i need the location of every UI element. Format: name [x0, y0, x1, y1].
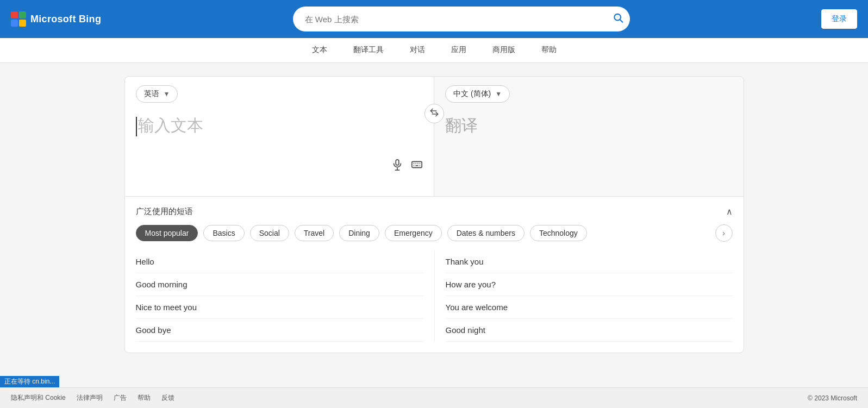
search-input[interactable] [293, 7, 630, 32]
phrases-list: Hello Good morning Nice to meet you Good… [136, 250, 733, 342]
phrases-title: 广泛使用的短语 [136, 206, 193, 217]
svg-line-1 [620, 20, 622, 22]
search-bar-wrapper [293, 7, 630, 32]
status-bar: 正在等待 cn.bin... [0, 376, 59, 387]
keyboard-icon [411, 161, 423, 173]
nav-item-help[interactable]: 帮助 [539, 37, 559, 64]
phrase-left-col: Hello Good morning Nice to meet you Good… [136, 250, 434, 342]
phrase-hello[interactable]: Hello [136, 250, 423, 273]
bing-title: Microsoft Bing [30, 14, 101, 25]
target-lang-selector-row: 中文 (简体) ▼ [445, 85, 733, 103]
nav-item-conversation[interactable]: 对话 [408, 37, 427, 64]
nav-item-text[interactable]: 文本 [310, 37, 329, 64]
search-button[interactable] [613, 12, 623, 26]
main-content: 英语 ▼ 输入文本 [114, 76, 755, 353]
header-left: Microsoft Bing [11, 11, 101, 27]
translator-panels: 英语 ▼ 输入文本 [125, 77, 744, 196]
target-lang-arrow-icon: ▼ [495, 90, 502, 98]
phrase-right-col: Thank you How are you? You are welcome G… [434, 250, 733, 342]
cursor-line [136, 117, 137, 136]
phrases-collapse-button[interactable]: ∧ [726, 206, 733, 217]
chevron-right-icon: › [722, 229, 725, 237]
microphone-icon [391, 161, 403, 173]
login-button[interactable]: 登录 [821, 9, 857, 29]
category-social[interactable]: Social [250, 225, 289, 241]
category-most-popular[interactable]: Most popular [136, 225, 198, 241]
target-panel: 中文 (简体) ▼ 翻译 [434, 77, 744, 196]
phrases-section: 广泛使用的短语 ∧ Most popular Basics Social Tra… [125, 196, 744, 353]
nav-item-tools[interactable]: 翻译工具 [351, 37, 386, 64]
phrase-thank-you[interactable]: Thank you [446, 250, 733, 273]
category-travel[interactable]: Travel [295, 225, 334, 241]
categories-next-button[interactable]: › [715, 224, 733, 242]
phrase-you-are-welcome[interactable]: You are welcome [446, 296, 733, 319]
target-lang-dropdown[interactable]: 中文 (简体) ▼ [445, 85, 510, 103]
phrases-header: 广泛使用的短语 ∧ [136, 206, 733, 217]
source-lang-selector-row: 英语 ▼ [136, 85, 423, 103]
chevron-up-icon: ∧ [726, 207, 733, 216]
phrase-good-bye[interactable]: Good bye [136, 319, 423, 342]
footer-links: 隐私声明和 Cookie 法律声明 广告 帮助 反馈 [11, 393, 174, 403]
source-lang-label: 英语 [144, 89, 159, 99]
nav-bar: 文本 翻译工具 对话 应用 商用版 帮助 [0, 38, 868, 63]
phrase-good-night[interactable]: Good night [446, 319, 733, 342]
source-panel: 英语 ▼ 输入文本 [125, 77, 435, 196]
phrase-how-are-you[interactable]: How are you? [446, 273, 733, 296]
footer-legal-link[interactable]: 法律声明 [77, 393, 103, 403]
translator-box: 英语 ▼ 输入文本 [124, 76, 744, 353]
input-placeholder-label: 输入文本 [138, 116, 203, 134]
category-emergency[interactable]: Emergency [385, 225, 442, 241]
phrase-nice-to-meet-you[interactable]: Nice to meet you [136, 296, 423, 319]
footer-help-link[interactable]: 帮助 [138, 393, 151, 403]
search-bar-container [293, 7, 630, 32]
footer: 隐私声明和 Cookie 法律声明 广告 帮助 反馈 © 2023 Micros… [0, 387, 868, 408]
search-icon [613, 12, 623, 26]
svg-rect-5 [412, 162, 422, 168]
keyboard-button[interactable] [411, 159, 423, 173]
sq-blue [11, 20, 18, 27]
nav-item-enterprise[interactable]: 商用版 [490, 37, 517, 64]
category-dates-numbers[interactable]: Dates & numbers [447, 225, 524, 241]
target-lang-label: 中文 (简体) [453, 89, 491, 99]
sq-yellow [19, 20, 26, 27]
nav-item-apps[interactable]: 应用 [449, 37, 469, 64]
source-lang-arrow-icon: ▼ [164, 90, 170, 98]
phrase-good-morning[interactable]: Good morning [136, 273, 423, 296]
footer-copyright: © 2023 Microsoft [808, 394, 857, 402]
header: Microsoft Bing 登录 [0, 0, 868, 38]
swap-icon [429, 108, 439, 120]
sq-red [11, 11, 18, 18]
category-technology[interactable]: Technology [530, 225, 587, 241]
footer-privacy-link[interactable]: 隐私声明和 Cookie [11, 393, 66, 403]
footer-feedback-link[interactable]: 反馈 [161, 393, 174, 403]
microphone-button[interactable] [391, 159, 403, 173]
bing-squares-icon [11, 11, 26, 27]
category-dining[interactable]: Dining [339, 225, 379, 241]
bing-logo: Microsoft Bing [11, 11, 101, 27]
category-basics[interactable]: Basics [203, 225, 244, 241]
translator-input[interactable]: 输入文本 [136, 109, 423, 142]
footer-ads-link[interactable]: 广告 [114, 393, 127, 403]
sq-green [19, 11, 26, 18]
translation-output: 翻译 [445, 109, 733, 142]
svg-rect-2 [396, 160, 399, 165]
source-actions [136, 153, 423, 173]
phrases-categories: Most popular Basics Social Travel Dining… [136, 224, 733, 242]
swap-languages-button[interactable] [424, 104, 444, 123]
source-lang-dropdown[interactable]: 英语 ▼ [136, 85, 178, 103]
